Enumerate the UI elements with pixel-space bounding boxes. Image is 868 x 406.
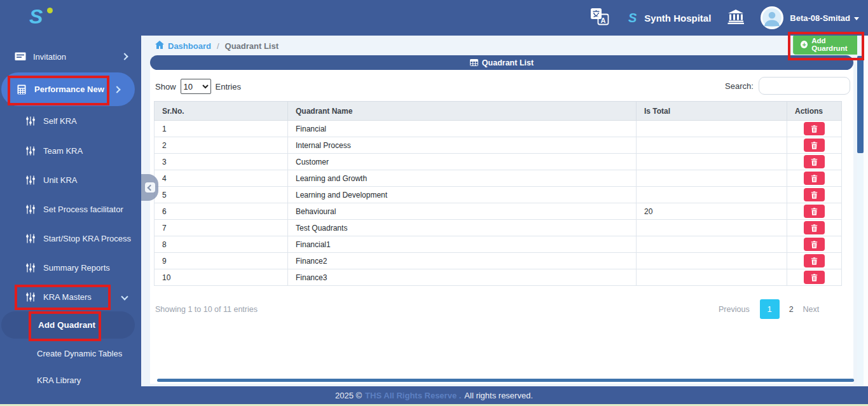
column-header-srno[interactable]: Sr.No.	[155, 102, 288, 121]
cell-is-total	[637, 121, 787, 137]
sliders-icon	[24, 205, 37, 214]
delete-button[interactable]	[804, 271, 825, 284]
delete-button[interactable]	[804, 254, 825, 267]
cell-quadrant-name: Internal Process	[288, 137, 637, 154]
cell-is-total	[637, 170, 787, 187]
cell-quadrant-name: Customer	[288, 154, 637, 170]
pagination-previous[interactable]: Previous	[719, 305, 750, 314]
table-header-row: Sr.No. Quadrant Name Is Total Actions	[155, 102, 842, 121]
table-row: 10 Finance3	[155, 269, 842, 286]
cell-is-total	[637, 187, 787, 203]
top-header-bar: S A S Synth Hospital	[0, 0, 868, 36]
show-label: Show	[155, 82, 176, 91]
delete-button[interactable]	[804, 221, 825, 234]
footer-link[interactable]: THS All Rights Reserve .	[365, 391, 461, 400]
delete-button[interactable]	[804, 188, 825, 201]
page-size-select[interactable]: 10	[181, 79, 211, 94]
sidebar-item-team-kra[interactable]: Team KRA	[0, 141, 141, 160]
sidebar-item-label: Unit KRA	[43, 175, 77, 185]
delete-button[interactable]	[804, 172, 825, 185]
hospital-name: Synth Hospital	[644, 13, 711, 24]
message-icon	[14, 52, 27, 62]
sidebar-item-start-stop-kra-process[interactable]: Start/Stop KRA Process	[0, 229, 141, 248]
sidebar-item-label: Start/Stop KRA Process	[43, 234, 131, 243]
table-row: 9 Finance2	[155, 253, 842, 269]
column-header-is-total[interactable]: Is Total	[637, 102, 787, 121]
app-logo-icon[interactable]: S	[29, 5, 41, 29]
sidebar-item-performance-new[interactable]: Performance New	[1, 72, 135, 106]
cell-quadrant-name: Behavioural	[288, 203, 637, 220]
user-menu[interactable]: Beta-08-Smitad	[790, 13, 859, 23]
sidebar-item-invitation[interactable]: Invitation	[0, 46, 141, 67]
sliders-icon	[24, 175, 37, 185]
collapse-left-icon	[145, 182, 155, 193]
column-header-actions: Actions	[787, 102, 842, 121]
breadcrumb-current: Quadrant List	[225, 41, 279, 51]
breadcrumb-separator: /	[217, 41, 219, 51]
footer-year: 2025 ©	[335, 391, 362, 400]
cell-is-total	[637, 269, 787, 286]
user-name-label: Beta-08-Smitad	[790, 13, 850, 23]
home-icon	[155, 41, 164, 51]
vertical-scrollbar-track[interactable]	[857, 36, 864, 386]
user-avatar[interactable]	[761, 6, 783, 29]
cell-is-total: 20	[637, 203, 787, 220]
pagination-page-2[interactable]: 2	[789, 305, 794, 314]
plus-circle-icon: +	[801, 41, 808, 48]
cell-srno: 4	[155, 170, 288, 187]
cell-srno: 5	[155, 187, 288, 203]
cell-srno: 10	[155, 269, 288, 286]
sidebar-item-label: Performance New	[34, 85, 104, 94]
cell-srno: 1	[155, 121, 288, 137]
sidebar-item-label: Set Process facilitator	[43, 205, 123, 214]
right-edge-strip	[864, 36, 868, 386]
cell-quadrant-name: Finance3	[288, 269, 637, 286]
sidebar-item-label: Invitation	[33, 52, 66, 62]
sidebar-item-summary-reports[interactable]: Summary Reports	[0, 258, 141, 277]
cell-is-total	[637, 220, 787, 236]
logo-dot-icon	[47, 8, 53, 13]
chevron-right-icon	[113, 86, 120, 93]
app-logo-small-icon[interactable]: S	[628, 11, 637, 25]
delete-button[interactable]	[804, 139, 825, 152]
footer-rights: All rights reserved.	[464, 391, 533, 400]
delete-button[interactable]	[804, 155, 825, 168]
sidebar-item-label: KRA Library	[37, 376, 81, 385]
delete-button[interactable]	[804, 238, 825, 251]
translate-icon[interactable]: A	[590, 8, 609, 28]
cell-quadrant-name: Financial	[288, 121, 637, 137]
sidebar-item-create-dynamic-tables[interactable]: Create Dynamic Tables	[0, 344, 141, 362]
delete-button[interactable]	[804, 122, 825, 135]
panel-title-bar: Quadrant List	[150, 55, 853, 70]
cell-srno: 9	[155, 253, 288, 269]
sidebar-item-label: Summary Reports	[43, 263, 110, 273]
institution-icon[interactable]	[727, 10, 744, 27]
sidebar-item-label: Create Dynamic Tables	[37, 349, 122, 358]
cell-is-total	[637, 137, 787, 154]
sidebar-item-kra-masters[interactable]: KRA Masters	[0, 287, 141, 306]
sidebar-item-unit-kra[interactable]: Unit KRA	[0, 170, 141, 189]
horizontal-scrollbar[interactable]	[157, 379, 854, 382]
pagination-page-1[interactable]: 1	[760, 299, 780, 319]
column-header-quadrant-name[interactable]: Quadrant Name	[288, 102, 637, 121]
chevron-right-icon	[121, 53, 128, 60]
sidebar-item-add-quadrant[interactable]: Add Quadrant	[1, 311, 135, 339]
pagination-next[interactable]: Next	[803, 305, 820, 314]
sidebar-item-set-process-facilitator[interactable]: Set Process facilitator	[0, 200, 141, 219]
search-control: Search:	[725, 77, 850, 95]
table-row: 1 Financial	[155, 121, 842, 137]
delete-button[interactable]	[804, 205, 825, 218]
cell-is-total	[637, 154, 787, 170]
entries-label: Entries	[216, 82, 241, 91]
table-row: 2 Internal Process	[155, 137, 842, 154]
table-row: 4 Learning and Growth	[155, 170, 842, 187]
vertical-scrollbar-thumb[interactable]	[857, 56, 864, 153]
sidebar-item-self-kra[interactable]: Self KRA	[0, 111, 141, 130]
breadcrumb-dashboard-link[interactable]: Dashboard	[168, 41, 211, 51]
breadcrumb: Dashboard / Quadrant List	[155, 40, 279, 51]
cell-quadrant-name: Learning and Growth	[288, 170, 637, 187]
sidebar-item-label: Self KRA	[43, 116, 77, 126]
search-input[interactable]	[759, 77, 850, 95]
sidebar-collapse-handle[interactable]	[141, 174, 158, 201]
panel-title: Quadrant List	[482, 58, 534, 67]
